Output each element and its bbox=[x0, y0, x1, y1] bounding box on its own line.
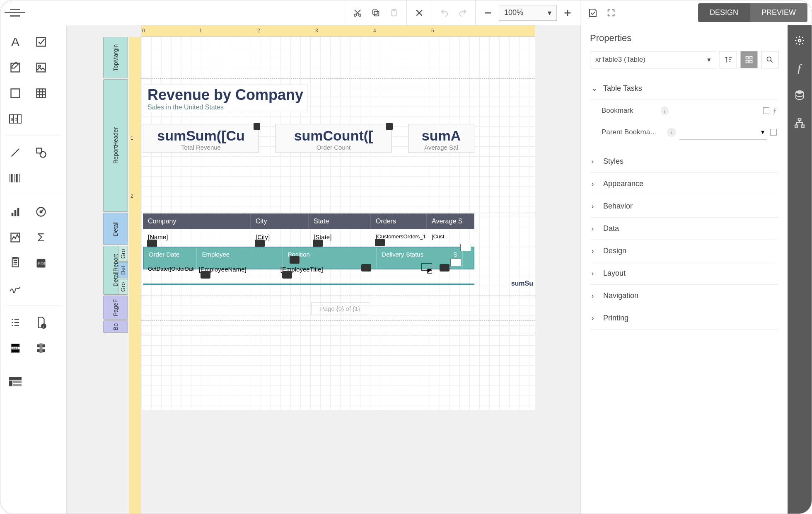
svg-text:b: b bbox=[15, 116, 17, 122]
crossband-tool[interactable] bbox=[29, 337, 53, 360]
band-reportheader[interactable]: ReportHeader bbox=[103, 79, 128, 212]
sort-button[interactable] bbox=[720, 51, 737, 68]
info-icon[interactable]: i bbox=[661, 106, 669, 115]
smart-tag-icon[interactable] bbox=[201, 271, 210, 279]
gauge-tool[interactable] bbox=[29, 200, 53, 223]
smart-tag-icon[interactable] bbox=[440, 264, 450, 272]
design-tab[interactable]: DESIGN bbox=[698, 3, 750, 22]
panel-tool[interactable] bbox=[4, 82, 27, 105]
picture-tool[interactable] bbox=[29, 56, 53, 79]
fullscreen-button[interactable] bbox=[602, 4, 620, 22]
section-layout[interactable]: ›Layout bbox=[590, 262, 778, 285]
categorized-button[interactable] bbox=[740, 51, 758, 68]
zoom-out-button[interactable] bbox=[479, 4, 497, 22]
kpi-revenue[interactable]: sumSum([CuTotal Revenue bbox=[143, 124, 259, 153]
signature-tool[interactable] bbox=[4, 277, 27, 301]
band-labels: TopMargin ReportHeader Detail DetailRepo… bbox=[83, 37, 129, 514]
shape-tool[interactable] bbox=[29, 141, 53, 164]
band-topmargin[interactable]: TopMargin bbox=[103, 37, 128, 78]
band-groupheader[interactable]: Gro bbox=[118, 246, 128, 262]
reset-button[interactable] bbox=[770, 129, 777, 136]
section-table-tasks[interactable]: ⌄ Table Tasks bbox=[590, 78, 778, 100]
chevron-right-icon: › bbox=[592, 270, 598, 277]
svg-rect-23 bbox=[12, 258, 19, 267]
selection-handle[interactable] bbox=[450, 259, 461, 266]
cut-button[interactable] bbox=[348, 4, 367, 22]
page-info[interactable]: Page {0} of {1} bbox=[311, 302, 369, 315]
bookmark-input[interactable] bbox=[672, 103, 760, 118]
sparkline-tool[interactable] bbox=[4, 226, 27, 249]
section-design[interactable]: ›Design bbox=[590, 240, 778, 262]
charactercomb-tool[interactable]: ab bbox=[4, 107, 27, 131]
barcode-tool[interactable] bbox=[4, 167, 27, 190]
expressions-tab-button[interactable]: ƒ bbox=[792, 60, 807, 76]
selection-handle[interactable] bbox=[460, 244, 471, 251]
section-styles[interactable]: ›Styles bbox=[590, 150, 778, 173]
richtext-tool[interactable] bbox=[4, 56, 27, 79]
section-navigation[interactable]: ›Navigation bbox=[590, 285, 778, 307]
pagebreak-tool[interactable] bbox=[4, 337, 27, 360]
element-selector[interactable]: xrTable3 (Table) ▾ bbox=[590, 51, 716, 68]
pdfcontent-tool[interactable]: PDF bbox=[29, 252, 53, 275]
band-bottommargin[interactable]: Bo bbox=[103, 320, 128, 333]
preview-tab[interactable]: PREVIEW bbox=[750, 3, 807, 22]
kpi-average[interactable]: sumAAverage Sal bbox=[408, 124, 474, 153]
line-tool[interactable] bbox=[4, 141, 27, 164]
band-detail-inner[interactable]: Det bbox=[118, 262, 128, 278]
subtable-row[interactable]: GetDate([OrderDate]) [EmployeeName] [Emp… bbox=[143, 262, 474, 285]
data-tab-button[interactable] bbox=[792, 87, 807, 103]
zoom-in-button[interactable] bbox=[558, 4, 577, 22]
section-data[interactable]: ›Data bbox=[590, 218, 778, 240]
section-behavior[interactable]: ›Behavior bbox=[590, 195, 778, 218]
vertical-ruler[interactable]: 1 2 bbox=[129, 37, 141, 514]
svg-point-27 bbox=[41, 324, 46, 328]
validate-button[interactable] bbox=[584, 4, 602, 22]
pageinfo-tool[interactable]: i bbox=[29, 311, 53, 334]
expression-button[interactable]: ƒ bbox=[773, 106, 777, 116]
svg-point-9 bbox=[39, 65, 41, 67]
report-subtitle[interactable]: Sales in the United States bbox=[147, 104, 303, 111]
report-page[interactable]: Revenue by Company Sales in the United S… bbox=[141, 37, 535, 410]
smart-tag-icon[interactable] bbox=[386, 123, 393, 130]
horizontal-ruler[interactable]: 0 1 2 3 4 5 bbox=[141, 25, 535, 37]
smart-tag-icon[interactable] bbox=[361, 264, 371, 272]
svg-rect-39 bbox=[750, 61, 752, 63]
checkbox-tool[interactable] bbox=[29, 30, 53, 53]
undo-button[interactable] bbox=[435, 4, 454, 22]
kpi-ordercount[interactable]: sumCount([Order Count bbox=[276, 124, 392, 153]
chevron-down-icon: ▾ bbox=[548, 8, 551, 17]
section-printing[interactable]: ›Printing bbox=[590, 307, 778, 330]
redo-button[interactable] bbox=[454, 4, 472, 22]
section-appearance[interactable]: ›Appearance bbox=[590, 173, 778, 195]
info-icon[interactable]: i bbox=[667, 128, 676, 137]
crosstab-tool[interactable] bbox=[4, 370, 27, 393]
report-title[interactable]: Revenue by Company bbox=[147, 86, 303, 104]
zoom-select[interactable]: 100% ▾ bbox=[499, 5, 557, 21]
band-groupfooter[interactable]: Gro bbox=[118, 279, 128, 295]
properties-tab-button[interactable] bbox=[792, 33, 807, 48]
smart-tag-icon[interactable] bbox=[282, 271, 292, 279]
svg-rect-6 bbox=[37, 38, 46, 46]
parent-bookmark-select[interactable]: ▾ bbox=[679, 125, 767, 140]
summary-cell[interactable]: sumSu bbox=[511, 280, 533, 287]
report-explorer-tab-button[interactable] bbox=[792, 115, 807, 131]
smart-tag-icon[interactable] bbox=[375, 239, 385, 246]
pivotgrid-tool[interactable]: Σ bbox=[29, 226, 53, 249]
chart-tool[interactable] bbox=[4, 200, 27, 223]
reset-button[interactable] bbox=[763, 107, 769, 114]
subreport-tool[interactable] bbox=[4, 252, 27, 275]
table-header-row[interactable]: Company City State Orders Average S bbox=[143, 213, 474, 229]
label-tool[interactable]: A bbox=[4, 30, 27, 53]
band-detail[interactable]: Detail bbox=[103, 213, 128, 245]
chevron-down-icon: ▾ bbox=[707, 56, 711, 64]
svg-rect-36 bbox=[746, 57, 749, 59]
menu-button[interactable] bbox=[5, 0, 25, 25]
design-canvas[interactable]: 0 1 2 3 4 5 1 2 TopMargin ReportHeader D… bbox=[67, 25, 580, 514]
toc-tool[interactable] bbox=[4, 311, 27, 334]
search-props-button[interactable] bbox=[761, 51, 778, 68]
smart-tag-icon[interactable] bbox=[254, 123, 260, 130]
delete-button[interactable] bbox=[410, 4, 428, 22]
table-tool[interactable] bbox=[29, 82, 53, 105]
band-pagefooter[interactable]: PageF bbox=[103, 296, 128, 320]
copy-button[interactable] bbox=[367, 4, 385, 22]
